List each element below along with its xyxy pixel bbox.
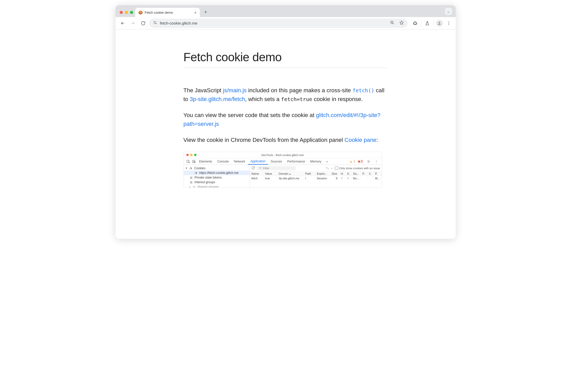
bookmark-icon[interactable]: [398, 20, 405, 26]
labs-button[interactable]: [423, 19, 432, 28]
reload-button[interactable]: [139, 19, 148, 28]
text: The JavaScript: [184, 87, 223, 94]
text: included on this page makes a cross-site: [247, 87, 353, 94]
only-issues-checkbox[interactable]: Only show cookies with an issue: [335, 166, 380, 170]
svg-point-15: [448, 23, 449, 23]
kebab-icon[interactable]: ⋮: [374, 160, 379, 163]
close-tab-button[interactable]: ×: [194, 10, 197, 15]
site-settings-icon[interactable]: [153, 21, 157, 26]
tab-network[interactable]: Network: [231, 158, 248, 165]
page-title: Fetch cookie demo: [184, 50, 388, 68]
link-3p-fetch[interactable]: 3p-site.glitch.me/fetch: [190, 96, 245, 102]
link-cookie-pane[interactable]: Cookie pane: [345, 137, 377, 143]
devtools-screenshot: DevTools - fetch-cookie.glitch.me/ Eleme…: [184, 152, 382, 188]
warnings-badge[interactable]: ▲ 3: [349, 160, 355, 163]
gear-icon[interactable]: [366, 160, 371, 163]
svg-marker-21: [259, 167, 261, 169]
minimize-window-button[interactable]: [125, 11, 128, 14]
text: :: [376, 137, 378, 143]
chevron-right-icon: ▸: [189, 186, 191, 188]
col-partitionkey[interactable]: P..: [361, 172, 367, 176]
col-secure[interactable]: S.: [345, 172, 351, 176]
filter-input[interactable]: Filter: [257, 166, 296, 170]
table-row[interactable]: fetch true 3p-site.glitch.me / Session 9…: [250, 176, 382, 181]
more-tabs-button[interactable]: »: [324, 158, 330, 165]
label: https://fetch-cookie.glitch.me: [199, 171, 239, 175]
device-icon[interactable]: [191, 158, 197, 165]
reload-icon: [141, 21, 146, 26]
sidebar-item-interest-groups[interactable]: ⊟ Interest groups: [184, 180, 250, 185]
maximize-window-button[interactable]: [130, 11, 133, 14]
col-size[interactable]: Size: [330, 172, 339, 176]
filter-placeholder: Filter: [263, 167, 269, 170]
tab-console[interactable]: Console: [215, 158, 231, 165]
text: cookie in response.: [312, 96, 363, 102]
paragraph-1: The JavaScript js/main.js included on th…: [184, 86, 388, 104]
label: Shared storage: [197, 185, 219, 188]
col-name[interactable]: Name: [250, 172, 263, 176]
extensions-button[interactable]: [411, 19, 420, 28]
close-window-button[interactable]: [120, 11, 123, 14]
sidebar-item-pst[interactable]: ⊟ Private state tokens: [184, 175, 250, 180]
cookies-table: Name Value Domain Path Expire... Size H.…: [250, 172, 382, 180]
cookie-icon: ◔: [194, 171, 198, 175]
tab-application[interactable]: Application: [248, 158, 268, 165]
clear-filter-icon[interactable]: ≡×: [326, 166, 329, 170]
tab-elements[interactable]: Elements: [197, 158, 215, 165]
link-main-js[interactable]: js/main.js: [223, 87, 247, 94]
col-value[interactable]: Value: [263, 172, 277, 176]
code-fetch[interactable]: fetch(): [353, 87, 374, 94]
devtools-filter-bar: Filter ≡× × Only show cookies with an is…: [250, 165, 382, 172]
flask-icon: [425, 21, 430, 26]
close-icon[interactable]: ×: [331, 167, 333, 170]
cell-expires: Session: [315, 176, 330, 181]
arrow-right-icon: [131, 21, 135, 26]
database-icon: ⊟: [189, 181, 193, 184]
svg-point-13: [439, 22, 440, 23]
forward-button[interactable]: [128, 19, 137, 28]
svg-point-5: [156, 23, 156, 24]
browser-tab[interactable]: 🍪 Fetch cookie demo ×: [135, 8, 200, 17]
col-crosssite[interactable]: C.: [367, 172, 374, 176]
errors-badge[interactable]: ■ 3: [357, 160, 364, 163]
sidebar-item-cookie-origin[interactable]: ◔ https://fetch-cookie.glitch.me: [184, 171, 250, 175]
new-tab-button[interactable]: +: [202, 8, 210, 16]
back-button[interactable]: [118, 19, 127, 28]
col-httponly[interactable]: H.: [339, 172, 345, 176]
url-text: fetch-cookie.glitch.me: [160, 21, 386, 25]
inspect-icon[interactable]: [185, 158, 191, 165]
cell-name: fetch: [250, 176, 263, 181]
cell-cross: [367, 176, 374, 181]
col-path[interactable]: Path: [303, 172, 315, 176]
text: You can view the server code that sets t…: [184, 112, 316, 118]
menu-button[interactable]: [444, 19, 453, 28]
puzzle-icon: [413, 21, 417, 26]
tab-sources[interactable]: Sources: [268, 158, 285, 165]
svg-line-9: [393, 23, 394, 24]
profile-button[interactable]: [435, 19, 444, 28]
cell-httponly: ✓: [339, 176, 345, 181]
col-priority[interactable]: P.: [374, 172, 382, 176]
tabs-dropdown-button[interactable]: ⌄: [445, 8, 452, 15]
svg-point-20: [368, 161, 369, 162]
arrow-left-icon: [120, 21, 125, 26]
cell-path: /: [303, 176, 315, 181]
paragraph-3: View the cookie in Chrome DevTools from …: [184, 136, 388, 144]
col-expires[interactable]: Expire...: [315, 172, 330, 176]
browser-toolbar: fetch-cookie.glitch.me: [116, 17, 456, 29]
cell-samesite: No...: [351, 176, 361, 181]
sidebar-item-cookies[interactable]: ▼ ◔ Cookies: [184, 166, 250, 171]
col-samesite[interactable]: Sa...: [351, 172, 361, 176]
col-domain[interactable]: Domain: [277, 172, 304, 176]
label: Only show cookies with an issue: [339, 167, 380, 170]
tab-performance[interactable]: Performance: [285, 158, 308, 165]
svg-point-16: [448, 24, 449, 25]
cell-domain: 3p-site.glitch.me: [277, 176, 304, 181]
address-bar[interactable]: fetch-cookie.glitch.me: [149, 19, 408, 28]
tab-memory[interactable]: Memory: [308, 158, 324, 165]
zoom-icon[interactable]: [389, 20, 396, 26]
tab-strip: 🍪 Fetch cookie demo × + ⌄: [116, 5, 456, 17]
chevron-down-icon: ▼: [185, 167, 188, 170]
sidebar-item-shared-storage[interactable]: ▸ ⊟ Shared storage: [184, 185, 250, 188]
refresh-icon[interactable]: [252, 166, 255, 170]
